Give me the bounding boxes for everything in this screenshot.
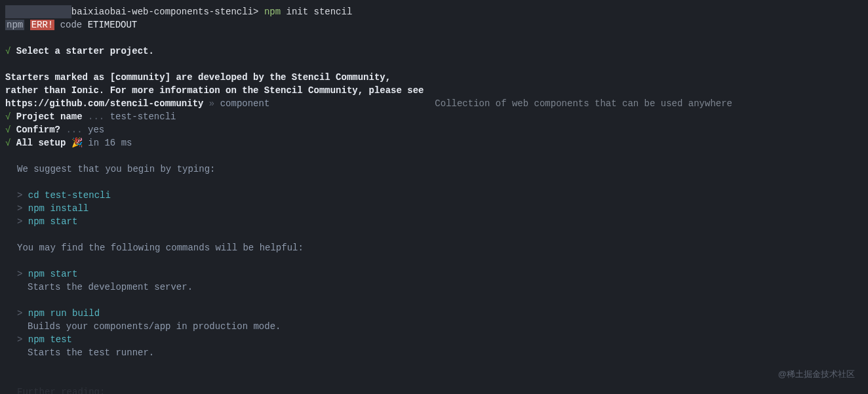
helpful-line: You may find the following commands will…	[5, 241, 863, 254]
npm-error-line: npm ERR! code ETIMEDOUT	[5, 18, 863, 31]
prompt-line: baixiaobai-web-components-stencli> npm i…	[5, 5, 863, 18]
select-starter-line: √ Select a starter project.	[5, 45, 863, 58]
starters-info-1: Starters marked as [community] are devel…	[5, 71, 863, 84]
starters-url-line: https://github.com/stencil-community » c…	[5, 97, 863, 110]
terminal-output[interactable]: baixiaobai-web-components-stencli> npm i…	[5, 5, 863, 394]
cmd-start-line: > npm start	[5, 215, 863, 228]
starters-info-2: rather than Ionic. For more information …	[5, 84, 863, 97]
test-desc-line: Starts the test runner.	[5, 346, 863, 359]
redacted-segment	[5, 5, 71, 18]
all-setup-line: √ All setup 🎉 in 16 ms	[5, 136, 863, 149]
npm-badge: npm	[5, 20, 24, 30]
start-desc-line: Starts the development server.	[5, 281, 863, 294]
cmd-install-line: > npm install	[5, 202, 863, 215]
err-badge: ERR!	[30, 20, 55, 30]
build-desc-line: Builds your components/app in production…	[5, 320, 863, 333]
further-reading-line: Further reading:	[5, 385, 863, 394]
cmd-build-line: > npm run build	[5, 307, 863, 320]
cmd-test-line: > npm test	[5, 333, 863, 346]
confirm-line: √ Confirm? ... yes	[5, 123, 863, 136]
cmd-start2-line: > npm start	[5, 267, 863, 281]
watermark: @稀土掘金技术社区	[778, 368, 855, 381]
confetti-icon: 🎉	[66, 138, 88, 148]
suggest-line: We suggest that you begin by typing:	[5, 163, 863, 176]
cmd-cd-line: > cd test-stencli	[5, 189, 863, 202]
project-name-line: √ Project name ... test-stencli	[5, 110, 863, 123]
